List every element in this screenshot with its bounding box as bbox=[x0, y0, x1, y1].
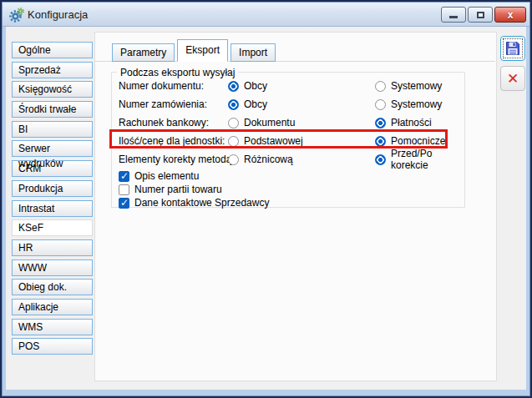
sidebar-item-pos[interactable]: POS bbox=[12, 338, 93, 355]
radio-label: Systemowy bbox=[391, 98, 442, 110]
radio-label: Podstawowej bbox=[244, 135, 303, 147]
sidebar-item-ksef[interactable]: KSeF bbox=[12, 219, 93, 236]
radio-option-pomocniczej[interactable]: Pomocniczej bbox=[375, 135, 448, 147]
configuration-window: Konfiguracja x ParametryEksportImport Og… bbox=[0, 0, 532, 398]
sidebar-item-sprzeda[interactable]: Sprzedaż bbox=[12, 62, 93, 78]
sidebar-item-bi[interactable]: BI bbox=[12, 121, 93, 138]
sidebar-item-wms[interactable]: WMS bbox=[12, 319, 93, 335]
sidebar-item-serwer-wydruk-w[interactable]: Serwer wydruków bbox=[12, 140, 93, 157]
export-options-group: Numer dokumentu:ObcySystemowyNumer zamów… bbox=[111, 72, 465, 208]
checkbox-checked-icon[interactable] bbox=[119, 171, 129, 182]
group-title: Podczas eksportu wysyłaj bbox=[117, 67, 238, 78]
tab-import[interactable]: Import bbox=[231, 43, 276, 62]
radio-unselected-icon[interactable] bbox=[228, 154, 239, 165]
radio-option-dokumentu[interactable]: Dokumentu bbox=[228, 117, 295, 128]
radio-label: Obcy bbox=[244, 80, 267, 92]
radio-label: Przed/Po korekcie bbox=[391, 148, 464, 171]
setting-row-ilo-cen-dla-jednostki: Ilość/cenę dla jednostki:PodstawowejPomo… bbox=[112, 133, 464, 149]
radio-option-obcy[interactable]: Obcy bbox=[228, 98, 267, 110]
checkbox-unchecked-icon[interactable] bbox=[119, 184, 129, 195]
setting-label: Numer zamówienia: bbox=[112, 98, 207, 110]
setting-label: Elementy korekty metodą: bbox=[112, 154, 235, 165]
window-title: Konfiguracja bbox=[28, 8, 88, 21]
radio-label: Dokumentu bbox=[244, 117, 295, 128]
checkbox-option-dane-kontaktowe-sprzedawcy[interactable]: Dane kontaktowe Sprzedawcy bbox=[119, 196, 269, 209]
sidebar-item-aplikacje[interactable]: Aplikacje bbox=[12, 299, 93, 315]
setting-label: Numer dokumentu: bbox=[112, 80, 204, 92]
setting-row-numer-zam-wienia: Numer zamówienia:ObcySystemowy bbox=[112, 96, 464, 113]
sidebar: OgólneSprzedażKsięgowośćŚrodki trwałeBIS… bbox=[12, 42, 93, 358]
radio-selected-icon[interactable] bbox=[375, 154, 386, 165]
radio-label: Obcy bbox=[244, 98, 267, 110]
sidebar-item-og-lne[interactable]: Ogólne bbox=[12, 42, 93, 58]
save-button[interactable] bbox=[500, 36, 525, 61]
radio-label: Systemowy bbox=[391, 80, 442, 92]
sidebar-item-obieg-dok[interactable]: Obieg dok. bbox=[12, 279, 93, 295]
radio-option-systemowy[interactable]: Systemowy bbox=[375, 98, 442, 110]
checkbox-checked-icon[interactable] bbox=[119, 198, 129, 209]
floppy-disk-icon bbox=[504, 40, 521, 57]
radio-unselected-icon[interactable] bbox=[228, 136, 239, 147]
setting-row-rachunek-bankowy: Rachunek bankowy:DokumentuPłatności bbox=[112, 114, 464, 131]
radio-option-r-nicow[interactable]: Różnicową bbox=[228, 154, 293, 165]
titlebar[interactable]: Konfiguracja x bbox=[3, 3, 529, 27]
close-button[interactable]: x bbox=[494, 7, 526, 23]
radio-unselected-icon[interactable] bbox=[375, 81, 386, 92]
minimize-icon bbox=[449, 16, 458, 18]
radio-option-przed-po-korekcie[interactable]: Przed/Po korekcie bbox=[375, 148, 464, 171]
red-x-icon: ✕ bbox=[507, 70, 519, 88]
setting-label: Rachunek bankowy: bbox=[112, 117, 209, 128]
checkbox-option-opis-elementu[interactable]: Opis elementu bbox=[119, 169, 199, 183]
setting-row-elementy-korekty-metod: Elementy korekty metodą:RóżnicowąPrzed/P… bbox=[112, 151, 464, 168]
sidebar-item-produkcja[interactable]: Produkcja bbox=[12, 180, 93, 197]
gears-icon bbox=[9, 8, 24, 23]
radio-option-systemowy[interactable]: Systemowy bbox=[375, 80, 442, 92]
radio-unselected-icon[interactable] bbox=[228, 118, 239, 128]
tab-eksport[interactable]: Eksport bbox=[177, 39, 228, 62]
tab-parametry[interactable]: Parametry bbox=[112, 43, 175, 62]
sidebar-item-hr[interactable]: HR bbox=[12, 239, 93, 256]
setting-row-numer-dokumentu: Numer dokumentu:ObcySystemowy bbox=[112, 78, 464, 94]
sidebar-item-ksi-gowo[interactable]: Księgowość bbox=[12, 81, 93, 98]
checkbox-label: Numer partii towaru bbox=[134, 184, 222, 195]
checkbox-label: Dane kontaktowe Sprzedawcy bbox=[134, 197, 269, 209]
tab-bar: ParametryEksportImport bbox=[112, 39, 276, 62]
checkbox-label: Opis elementu bbox=[134, 170, 199, 182]
radio-unselected-icon[interactable] bbox=[375, 99, 386, 110]
radio-selected-icon[interactable] bbox=[375, 118, 386, 128]
radio-label: Pomocniczej bbox=[391, 135, 448, 147]
sidebar-item-www[interactable]: WWW bbox=[12, 259, 93, 276]
checkbox-option-numer-partii-towaru[interactable]: Numer partii towaru bbox=[119, 183, 222, 196]
radio-option-p-atno-ci[interactable]: Płatności bbox=[375, 117, 432, 128]
radio-option-obcy[interactable]: Obcy bbox=[228, 80, 267, 92]
close-icon: x bbox=[508, 9, 514, 21]
radio-option-podstawowej[interactable]: Podstawowej bbox=[228, 135, 303, 147]
radio-selected-icon[interactable] bbox=[228, 81, 239, 92]
maximize-button[interactable] bbox=[468, 7, 493, 23]
radio-selected-icon[interactable] bbox=[228, 99, 239, 110]
sidebar-item-intrastat[interactable]: Intrastat bbox=[12, 200, 93, 217]
cancel-button[interactable]: ✕ bbox=[500, 66, 525, 91]
radio-label: Płatności bbox=[391, 117, 432, 128]
radio-selected-icon[interactable] bbox=[375, 136, 386, 147]
minimize-button[interactable] bbox=[441, 7, 466, 23]
sidebar-item-rodki-trwa-e[interactable]: Środki trwałe bbox=[12, 101, 93, 118]
radio-label: Różnicową bbox=[244, 154, 293, 165]
restore-icon bbox=[477, 12, 484, 18]
setting-label: Ilość/cenę dla jednostki: bbox=[112, 135, 225, 147]
